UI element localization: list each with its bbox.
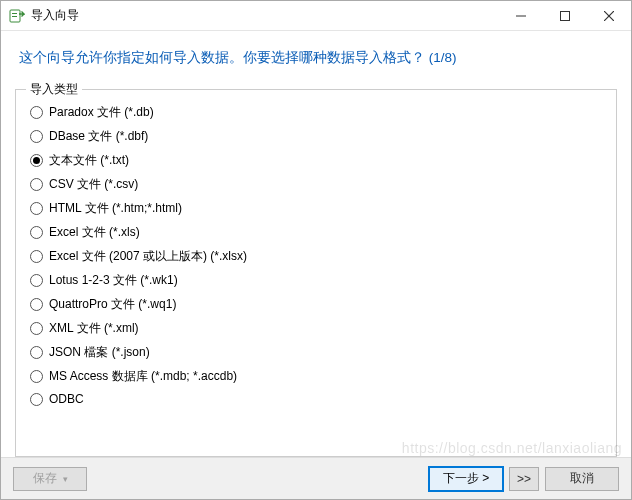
footer: 保存 ▾ 下一步 > >> 取消 — [1, 457, 631, 499]
svg-rect-4 — [561, 11, 570, 20]
content-area: 这个向导允许你指定如何导入数据。你要选择哪种数据导入格式？ (1/8) 导入类型… — [1, 31, 631, 457]
radio-indicator — [30, 346, 43, 359]
wizard-window: 导入向导 这个向导允许你指定如何导入数据。你要选择哪种数据导入格式？ (1/8)… — [0, 0, 632, 500]
radio-label: HTML 文件 (*.htm;*.html) — [49, 200, 182, 217]
maximize-button[interactable] — [543, 1, 587, 31]
cancel-button[interactable]: 取消 — [545, 467, 619, 491]
radio-indicator — [30, 106, 43, 119]
radio-label: QuattroPro 文件 (*.wq1) — [49, 296, 176, 313]
radio-option[interactable]: CSV 文件 (*.csv) — [30, 176, 602, 193]
radio-indicator — [30, 202, 43, 215]
next-button[interactable]: 下一步 > — [429, 467, 503, 491]
radio-option[interactable]: QuattroPro 文件 (*.wq1) — [30, 296, 602, 313]
radio-label: XML 文件 (*.xml) — [49, 320, 139, 337]
radio-label: Paradox 文件 (*.db) — [49, 104, 154, 121]
minimize-button[interactable] — [499, 1, 543, 31]
radio-label: Lotus 1-2-3 文件 (*.wk1) — [49, 272, 178, 289]
import-type-group: 导入类型 Paradox 文件 (*.db)DBase 文件 (*.dbf)文本… — [15, 89, 617, 457]
radio-label: JSON 檔案 (*.json) — [49, 344, 150, 361]
radio-indicator — [30, 322, 43, 335]
next-button-label: 下一步 > — [443, 470, 489, 487]
radio-label: MS Access 数据库 (*.mdb; *.accdb) — [49, 368, 237, 385]
radio-label: ODBC — [49, 392, 84, 406]
radio-option[interactable]: HTML 文件 (*.htm;*.html) — [30, 200, 602, 217]
radio-option[interactable]: Excel 文件 (2007 或以上版本) (*.xlsx) — [30, 248, 602, 265]
svg-rect-1 — [12, 13, 17, 14]
radio-list: Paradox 文件 (*.db)DBase 文件 (*.dbf)文本文件 (*… — [30, 104, 602, 406]
radio-indicator — [30, 130, 43, 143]
radio-option[interactable]: JSON 檔案 (*.json) — [30, 344, 602, 361]
radio-label: DBase 文件 (*.dbf) — [49, 128, 148, 145]
radio-indicator — [30, 370, 43, 383]
radio-option[interactable]: Excel 文件 (*.xls) — [30, 224, 602, 241]
radio-option[interactable]: Lotus 1-2-3 文件 (*.wk1) — [30, 272, 602, 289]
radio-label: CSV 文件 (*.csv) — [49, 176, 138, 193]
radio-option[interactable]: MS Access 数据库 (*.mdb; *.accdb) — [30, 368, 602, 385]
radio-option[interactable]: Paradox 文件 (*.db) — [30, 104, 602, 121]
radio-label: 文本文件 (*.txt) — [49, 152, 129, 169]
radio-indicator — [30, 250, 43, 263]
group-legend: 导入类型 — [26, 81, 82, 98]
cancel-button-label: 取消 — [570, 470, 594, 487]
radio-label: Excel 文件 (*.xls) — [49, 224, 140, 241]
radio-indicator — [30, 393, 43, 406]
skip-button[interactable]: >> — [509, 467, 539, 491]
skip-button-label: >> — [517, 472, 531, 486]
radio-indicator — [30, 154, 43, 167]
wizard-headline: 这个向导允许你指定如何导入数据。你要选择哪种数据导入格式？ (1/8) — [19, 49, 613, 67]
svg-rect-2 — [12, 16, 17, 17]
titlebar: 导入向导 — [1, 1, 631, 31]
save-button[interactable]: 保存 ▾ — [13, 467, 87, 491]
close-button[interactable] — [587, 1, 631, 31]
radio-indicator — [30, 274, 43, 287]
window-title: 导入向导 — [31, 7, 79, 24]
radio-option[interactable]: DBase 文件 (*.dbf) — [30, 128, 602, 145]
radio-option[interactable]: 文本文件 (*.txt) — [30, 152, 602, 169]
radio-indicator — [30, 298, 43, 311]
save-button-label: 保存 — [33, 470, 57, 487]
radio-label: Excel 文件 (2007 或以上版本) (*.xlsx) — [49, 248, 247, 265]
radio-indicator — [30, 178, 43, 191]
radio-option[interactable]: XML 文件 (*.xml) — [30, 320, 602, 337]
radio-indicator — [30, 226, 43, 239]
chevron-down-icon: ▾ — [63, 474, 68, 484]
import-wizard-icon — [9, 8, 25, 24]
radio-option[interactable]: ODBC — [30, 392, 602, 406]
